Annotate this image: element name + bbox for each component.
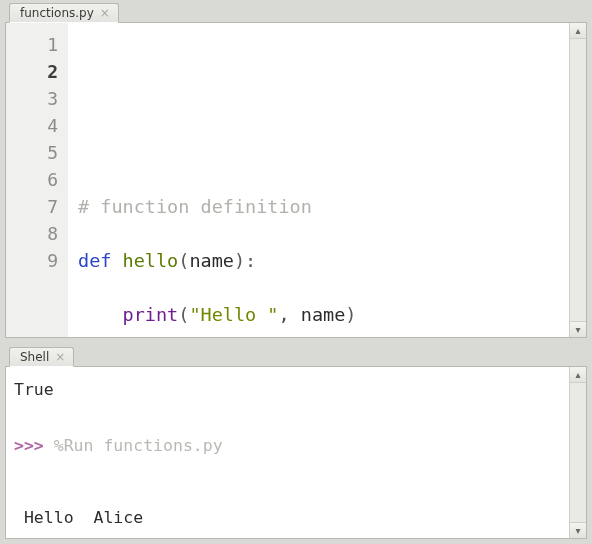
scroll-track[interactable]: [570, 383, 586, 522]
shell-body: True >>> %Run functions.py Hello Alice H…: [5, 366, 587, 539]
scroll-up-icon[interactable]: ▴: [570, 23, 586, 39]
editor-tabbar: functions.py ×: [5, 0, 587, 22]
editor-pane: functions.py × 1 2 3 4 5 6 7 8 9 # funct…: [5, 0, 587, 338]
gutter-line: 4: [10, 112, 58, 139]
current-line-highlight: [68, 58, 569, 85]
shell-scrollbar[interactable]: ▴ ▾: [569, 367, 586, 538]
gutter-line-current: 2: [10, 58, 58, 85]
shell-prev-output: True: [14, 379, 563, 401]
shell-tab[interactable]: Shell ×: [9, 347, 74, 367]
code-editor[interactable]: # function definition def hello(name): p…: [68, 23, 569, 337]
gutter-line: 8: [10, 220, 58, 247]
gutter-line: 9: [10, 247, 58, 274]
scroll-track[interactable]: [570, 39, 586, 321]
editor-gutter: 1 2 3 4 5 6 7 8 9: [6, 23, 68, 337]
shell-line: >>> %Run functions.py: [14, 435, 563, 457]
code-line: [78, 139, 565, 166]
scroll-up-icon[interactable]: ▴: [570, 367, 586, 383]
shell-tabbar: Shell ×: [5, 344, 587, 366]
editor-body: 1 2 3 4 5 6 7 8 9 # function definition …: [5, 22, 587, 338]
gutter-line: 7: [10, 193, 58, 220]
shell-tab-label: Shell: [20, 350, 49, 364]
gutter-line: 3: [10, 85, 58, 112]
shell-spacer: [14, 479, 563, 485]
scroll-down-icon[interactable]: ▾: [570, 522, 586, 538]
code-line: def hello(name):: [78, 247, 565, 274]
gutter-line: 6: [10, 166, 58, 193]
editor-tab-label: functions.py: [20, 6, 94, 20]
gutter-line: 1: [10, 31, 58, 58]
editor-scrollbar[interactable]: ▴ ▾: [569, 23, 586, 337]
close-icon[interactable]: ×: [100, 7, 110, 19]
close-icon[interactable]: ×: [55, 351, 65, 363]
shell-pane: Shell × True >>> %Run functions.py Hello…: [5, 344, 587, 539]
code-line: # function definition: [78, 193, 565, 220]
shell-output-line: Hello Alice: [14, 507, 563, 529]
scroll-down-icon[interactable]: ▾: [570, 321, 586, 337]
code-line: print("Hello ", name): [78, 301, 565, 328]
shell-terminal[interactable]: True >>> %Run functions.py Hello Alice H…: [6, 367, 569, 538]
gutter-line: 5: [10, 139, 58, 166]
editor-tab-functions[interactable]: functions.py ×: [9, 3, 119, 23]
